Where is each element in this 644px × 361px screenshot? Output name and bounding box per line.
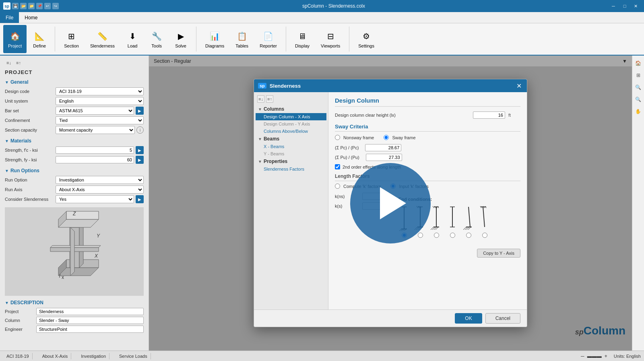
svg-marker-11 — [66, 211, 99, 219]
column-input[interactable] — [36, 317, 144, 324]
general-section-header[interactable]: ▼ General — [5, 79, 144, 85]
tree-properties-header[interactable]: ▼ Properties — [256, 157, 326, 165]
ribbon-slenderness[interactable]: 📏 Slenderness — [85, 25, 120, 53]
clear-height-input[interactable] — [473, 111, 505, 119]
tb-pin-btn[interactable]: 📌 — [36, 3, 43, 9]
ribbon-solve[interactable]: ▶ Solve — [169, 25, 192, 53]
left-sort-up-btn[interactable]: ≡↑ — [14, 59, 23, 67]
close-btn[interactable]: ✕ — [631, 2, 641, 10]
tree-slenderness-factors[interactable]: Slenderness Factors — [256, 165, 326, 173]
tree-columns-above-below[interactable]: Columns Above/Below — [256, 128, 326, 135]
zoom-plus-btn[interactable]: + — [603, 353, 609, 360]
tree-beams-header[interactable]: ▼ Beams — [256, 135, 326, 143]
sway-radio[interactable] — [384, 135, 389, 140]
ec-radio-input-5[interactable] — [482, 233, 487, 238]
fy-arrow[interactable]: ▶ — [136, 156, 144, 164]
fy-input[interactable] — [56, 156, 134, 163]
maximize-btn[interactable]: □ — [620, 2, 630, 10]
minimize-btn[interactable]: ─ — [609, 2, 618, 10]
tree-x-beams[interactable]: X - Beams — [256, 143, 326, 150]
ribbon-section[interactable]: ⊞ Section — [59, 25, 84, 53]
rs-zoom-extent-btn[interactable]: ⊞ — [634, 71, 643, 80]
ribbon-tables[interactable]: 📋 Tables — [231, 25, 253, 53]
ribbon-settings[interactable]: ⚙ Settings — [353, 25, 379, 53]
tree-sort-down-btn[interactable]: ≡↓ — [257, 95, 264, 103]
status-aci[interactable]: ACI 318-19 — [3, 353, 33, 359]
sway-label[interactable]: Sway frame — [392, 135, 415, 140]
unit-system-select[interactable]: English — [56, 97, 144, 105]
rs-zoom-in-btn[interactable]: 🔍 — [634, 83, 643, 92]
modal-overlay: sp Slenderness ✕ ≡↓ ≡↑ — [149, 56, 632, 351]
run-options-section-header[interactable]: ▼ Run Options — [5, 168, 144, 173]
second-order-checkbox[interactable] — [335, 164, 340, 169]
copy-to-btn[interactable]: Copy to Y - Axis — [477, 249, 520, 258]
project-label: Project — [5, 309, 33, 314]
nonsway-label[interactable]: Nonsway frame — [343, 135, 374, 140]
design-code-select[interactable]: ACI 318-19 — [56, 87, 144, 95]
bar-set-select[interactable]: ASTM A615 — [56, 107, 134, 115]
sum-pu-input[interactable] — [366, 154, 402, 161]
ribbon-sep-3 — [286, 27, 286, 52]
engineer-input[interactable] — [36, 326, 144, 333]
modal-close-btn[interactable]: ✕ — [515, 82, 523, 90]
tb-redo-btn[interactable]: ↪ — [52, 3, 59, 9]
sway-radios: Nonsway frame Sway frame — [335, 135, 520, 140]
ribbon-tools[interactable]: 🔧 Tools — [145, 25, 168, 53]
fc-input[interactable] — [56, 146, 134, 154]
tb-folder-btn[interactable]: 📁 — [28, 3, 35, 9]
left-sort-btn[interactable]: ≡↓ — [5, 59, 13, 67]
rs-home-btn[interactable]: 🏠 — [634, 59, 643, 68]
rs-pan-btn[interactable]: ✋ — [634, 107, 643, 116]
project-input[interactable] — [36, 308, 144, 315]
ec-radio-input-4[interactable] — [466, 233, 471, 238]
tree-design-col-y[interactable]: Design Column - Y Axis — [256, 120, 326, 128]
zoom-minus-btn[interactable]: ─ — [579, 353, 586, 360]
ribbon-display[interactable]: 🖥 Display — [290, 25, 314, 53]
run-axis-select[interactable]: About X-Axis — [56, 186, 144, 194]
sum-pc-input[interactable] — [365, 144, 401, 151]
confinement-label: Confinement — [5, 118, 53, 123]
cancel-btn[interactable]: Cancel — [485, 313, 520, 324]
confinement-select[interactable]: Tied — [56, 116, 144, 124]
description-section-header[interactable]: ▼ DESCRIPTION — [5, 300, 144, 305]
consider-slenderness-arrow[interactable]: ▶ — [136, 195, 144, 203]
ribbon-define[interactable]: 📐 Define — [28, 25, 51, 53]
fy-row: Strength, fy - ksi ▶ — [5, 156, 144, 164]
ec-radio-input-3[interactable] — [450, 233, 455, 238]
ribbon-viewports[interactable]: ⊟ Viewports — [316, 25, 345, 53]
status-loads[interactable]: Service Loads — [116, 353, 151, 359]
materials-section-header[interactable]: ▼ Materials — [5, 138, 144, 144]
section-capacity-select[interactable]: Moment capacity — [56, 126, 135, 134]
section-capacity-info[interactable]: i — [136, 126, 144, 134]
clear-height-label: Design column clear height (lx) — [335, 113, 470, 118]
rs-zoom-out-btn[interactable]: 🔍 — [634, 95, 643, 104]
tb-open-btn[interactable]: 📂 — [20, 3, 27, 9]
nonsway-radio[interactable] — [335, 135, 340, 140]
run-options-label: Run Options — [10, 168, 39, 173]
tree-sort-up-btn[interactable]: ≡↑ — [266, 95, 273, 103]
status-axis[interactable]: About X-Axis — [39, 353, 72, 359]
ribbon-reporter[interactable]: 📄 Reporter — [255, 25, 282, 53]
bar-set-arrow[interactable]: ▶ — [136, 107, 144, 115]
tree-design-col-x[interactable]: Design Column - X Axis — [256, 113, 326, 120]
ec-radio-input-2[interactable] — [434, 233, 439, 238]
menu-home[interactable]: Home — [19, 12, 43, 23]
status-investigation[interactable]: Investigation — [78, 353, 109, 359]
ribbon-diagrams[interactable]: 📊 Diagrams — [200, 25, 229, 53]
compute-k-radio[interactable] — [335, 184, 340, 189]
tb-undo-btn[interactable]: ↩ — [44, 3, 51, 9]
tree-columns-header[interactable]: ▼ Columns — [256, 105, 326, 113]
ribbon-project[interactable]: 🏠 Project — [3, 25, 27, 53]
tree-properties-label: Properties — [264, 159, 287, 164]
tb-save-btn[interactable]: 💾 — [12, 3, 19, 9]
left-panel: ≡↓ ≡↑ PROJECT ▼ General Design code ACI … — [0, 56, 149, 351]
run-option-select[interactable]: Investigation — [56, 176, 144, 184]
tree-y-beams[interactable]: Y - Beams — [256, 150, 326, 157]
menu-file[interactable]: File — [0, 12, 19, 23]
ribbon-load[interactable]: ⬇ Load — [121, 25, 144, 53]
ec-radio-input-1[interactable] — [418, 233, 423, 238]
ok-btn[interactable]: OK — [455, 313, 482, 324]
consider-slenderness-select[interactable]: Yes — [56, 195, 134, 203]
fc-arrow[interactable]: ▶ — [136, 146, 144, 154]
video-play-overlay[interactable] — [350, 163, 431, 243]
